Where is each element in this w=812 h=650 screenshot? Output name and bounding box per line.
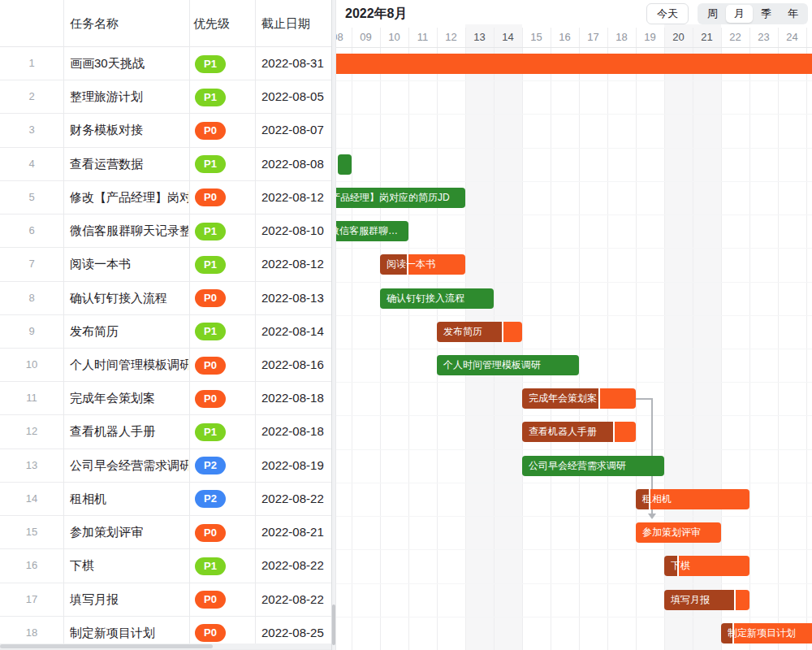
table-row[interactable]: 2整理旅游计划P12022-08-05 xyxy=(0,80,331,114)
view-option-周[interactable]: 周 xyxy=(699,5,726,23)
column-divider xyxy=(189,0,190,644)
table-row[interactable]: 6微信客服群聊天记录整理P12022-08-10 xyxy=(0,214,331,248)
column-header-task-name: 任务名称 xyxy=(70,0,119,47)
gantt-bar[interactable]: 修改【产品经理】岗对应的简历JD xyxy=(336,188,465,208)
gantt-row-line xyxy=(336,382,812,383)
bar-label: 发布简历 xyxy=(437,322,489,342)
view-option-年[interactable]: 年 xyxy=(780,5,806,23)
gantt-bar[interactable]: 下棋 xyxy=(664,556,749,576)
gantt-bar[interactable]: 查看机器人手册 xyxy=(522,422,636,442)
task-name[interactable]: 参加策划评审 xyxy=(70,516,188,548)
due-date: 2022-08-22 xyxy=(261,583,324,616)
due-date: 2022-08-18 xyxy=(261,415,324,448)
day-header-cell: 09 xyxy=(352,28,380,47)
day-header-cell: 08 xyxy=(336,28,352,47)
priority-badge: P0 xyxy=(195,524,226,542)
row-number: 17 xyxy=(0,583,63,616)
task-name[interactable]: 财务模板对接 xyxy=(70,114,188,146)
gantt-bar[interactable]: 制定新项目计划 xyxy=(721,623,812,644)
gantt-row-line xyxy=(336,415,812,416)
view-switcher: 周月季年 xyxy=(698,3,808,24)
gantt-bar[interactable]: 租相机 xyxy=(636,489,749,509)
view-option-月[interactable]: 月 xyxy=(726,5,753,23)
task-name[interactable]: 微信客服群聊天记录整理 xyxy=(70,214,188,247)
view-option-季[interactable]: 季 xyxy=(753,5,780,23)
table-row[interactable]: 8确认钉钉接入流程P02022-08-13 xyxy=(0,282,331,315)
table-row[interactable]: 7阅读一本书P12022-08-12 xyxy=(0,248,331,281)
day-header-cell: 23 xyxy=(749,28,778,47)
task-name[interactable]: 画画30天挑战 xyxy=(70,47,188,80)
horizontal-scrollbar[interactable] xyxy=(0,644,331,649)
task-name[interactable]: 完成年会策划案 xyxy=(70,382,188,414)
priority-badge: P0 xyxy=(195,188,226,206)
row-number: 10 xyxy=(0,349,63,381)
task-name[interactable]: 阅读一本书 xyxy=(70,248,188,280)
table-row[interactable]: 12查看机器人手册P12022-08-18 xyxy=(0,415,331,448)
gantt-row-line xyxy=(336,449,812,450)
task-name[interactable]: 查看运营数据 xyxy=(70,148,188,180)
gantt-bar[interactable]: 参加策划评审 xyxy=(636,522,721,543)
task-name[interactable]: 下棋 xyxy=(70,549,188,582)
day-header-cell: 10 xyxy=(380,28,408,47)
bar-label: 个人时间管理模板调研 xyxy=(437,355,547,375)
gantt-app: 任务名称 优先级 截止日期 1画画30天挑战P12022-08-312整理旅游计… xyxy=(0,0,812,650)
table-row[interactable]: 4查看运营数据P12022-08-08 xyxy=(0,148,331,181)
table-row[interactable]: 13公司早会经营需求调研P22022-08-19 xyxy=(0,449,331,483)
priority-badge: P1 xyxy=(195,323,226,340)
grid-line xyxy=(778,28,779,650)
horizontal-scrollbar-thumb[interactable] xyxy=(0,644,213,648)
task-name[interactable]: 填写月报 xyxy=(70,583,188,616)
due-date: 2022-08-14 xyxy=(261,315,324,348)
gantt-bar[interactable]: 阅读一本书 xyxy=(380,254,465,275)
bar-label: 公司早会经营需求调研 xyxy=(522,456,633,476)
grid-line xyxy=(806,28,807,650)
bar-label: 阅读一本书 xyxy=(380,254,442,275)
priority-badge: P0 xyxy=(195,122,226,140)
priority-badge: P1 xyxy=(195,557,226,575)
bar-label: 确认钉钉接入流程 xyxy=(380,288,471,309)
today-button[interactable]: 今天 xyxy=(646,3,689,24)
gantt-row-line xyxy=(336,248,812,249)
gantt-row-line xyxy=(336,282,812,283)
task-name[interactable]: 租相机 xyxy=(70,483,188,515)
table-row[interactable]: 14租相机P22022-08-22 xyxy=(0,483,331,516)
table-row[interactable]: 3财务模板对接P02022-08-07 xyxy=(0,114,331,147)
task-name[interactable]: 修改【产品经理】岗对应的简历JD xyxy=(70,181,188,214)
gantt-bar[interactable]: 填写月报 xyxy=(664,590,749,610)
table-row[interactable]: 17填写月报P02022-08-22 xyxy=(0,583,331,617)
grid-line xyxy=(380,28,381,650)
bar-remaining-segment xyxy=(600,388,636,409)
day-header-cell: 19 xyxy=(636,28,664,47)
priority-badge: P1 xyxy=(195,223,226,240)
grid-line xyxy=(579,28,580,650)
task-name[interactable]: 个人时间管理模板调研 xyxy=(70,349,188,381)
connector-arrowhead xyxy=(648,514,656,519)
task-name[interactable]: 发布简历 xyxy=(70,315,188,348)
gantt-bar[interactable]: 完成年会策划案 xyxy=(522,388,636,409)
gantt-row-line xyxy=(336,549,812,550)
table-row[interactable]: 15参加策划评审P02022-08-21 xyxy=(0,516,331,549)
task-name[interactable]: 查看机器人手册 xyxy=(70,415,188,448)
gantt-bar[interactable]: 微信客服群聊天记录整理 xyxy=(336,221,408,241)
table-row[interactable]: 9发布简历P12022-08-14 xyxy=(0,315,331,349)
task-name[interactable]: 公司早会经营需求调研 xyxy=(70,449,188,482)
column-divider xyxy=(63,0,64,644)
due-date: 2022-08-19 xyxy=(261,449,324,482)
due-date: 2022-08-07 xyxy=(261,114,324,146)
gantt-bar[interactable] xyxy=(338,154,352,175)
vertical-scrollbar-thumb[interactable] xyxy=(332,604,335,645)
gantt-bar[interactable]: 公司早会经营需求调研 xyxy=(522,456,664,476)
gantt-bar[interactable]: 画画30天挑战 xyxy=(336,54,812,74)
task-name[interactable]: 确认钉钉接入流程 xyxy=(70,282,188,314)
task-name[interactable]: 整理旅游计划 xyxy=(70,80,188,113)
gantt-bar[interactable]: 发布简历 xyxy=(437,322,522,342)
gantt-bar[interactable]: 确认钉钉接入流程 xyxy=(380,288,494,309)
table-row[interactable]: 10个人时间管理模板调研P02022-08-16 xyxy=(0,349,331,382)
table-row[interactable]: 16下棋P12022-08-22 xyxy=(0,549,331,583)
table-row[interactable]: 1画画30天挑战P12022-08-31 xyxy=(0,47,331,80)
day-header-cell: 16 xyxy=(551,28,579,47)
gantt-bar[interactable]: 个人时间管理模板调研 xyxy=(437,355,579,375)
grid-line xyxy=(352,28,352,650)
table-row[interactable]: 5修改【产品经理】岗对应的简历JDP02022-08-12 xyxy=(0,181,331,214)
table-row[interactable]: 11完成年会策划案P02022-08-18 xyxy=(0,382,331,415)
